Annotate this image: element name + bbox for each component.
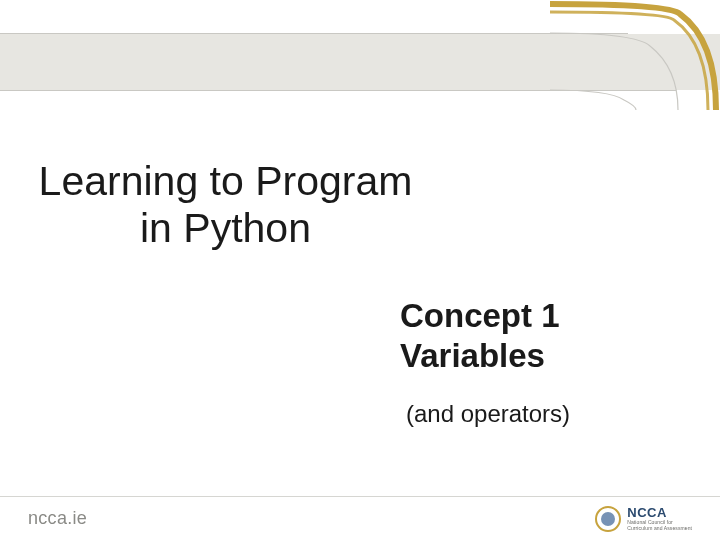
slide-title: Learning to Program in Python	[28, 158, 423, 252]
concept-block: Concept 1 Variables	[400, 296, 680, 375]
footer-logo-area: NCCA National Council for Curriculum and…	[595, 506, 692, 532]
ncca-tagline-2: Curriculum and Assessment	[627, 526, 692, 531]
concept-number: Concept 1	[400, 296, 680, 336]
footer-url: ncca.ie	[28, 508, 87, 529]
footer: ncca.ie NCCA National Council for Curric…	[0, 496, 720, 540]
subtitle: (and operators)	[406, 400, 570, 428]
ncca-logo-text: NCCA National Council for Curriculum and…	[627, 506, 692, 531]
ncca-logo-icon	[595, 506, 621, 532]
ncca-acronym: NCCA	[627, 506, 692, 519]
header-rule-top	[0, 33, 628, 34]
concept-name: Variables	[400, 336, 680, 376]
title-line-2: in Python	[140, 205, 311, 251]
ncca-logo: NCCA National Council for Curriculum and…	[595, 506, 692, 532]
corner-accent	[550, 0, 720, 110]
title-line-1: Learning to Program	[39, 158, 413, 204]
